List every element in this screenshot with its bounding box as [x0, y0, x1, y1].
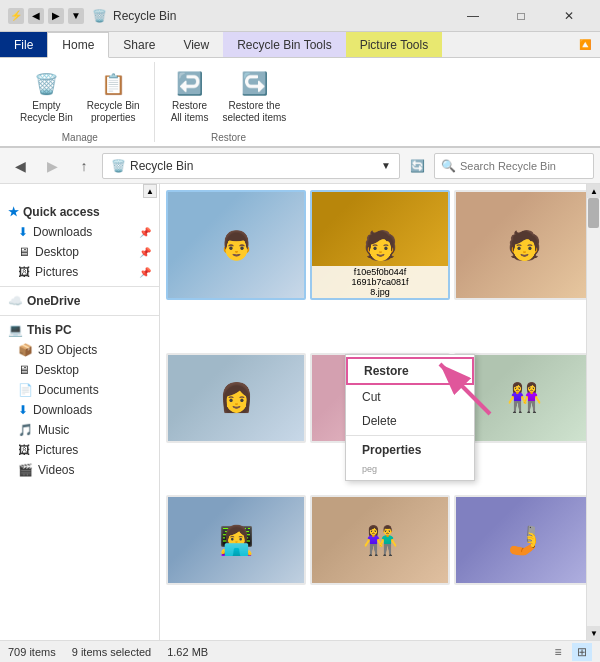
- ribbon-group-manage: 🗑️ EmptyRecycle Bin 📋 Recycle Binpropert…: [6, 62, 155, 142]
- restore-all-items-button[interactable]: ↩️ RestoreAll items: [165, 64, 215, 128]
- sidebar-thispc-section: 💻 This PC 📦 3D Objects 🖥 Desktop 📄 Docum…: [0, 320, 159, 480]
- context-menu-properties[interactable]: Properties: [346, 438, 474, 462]
- sidebar-item-pictures[interactable]: 🖼 Pictures: [0, 440, 159, 460]
- recycle-bin-properties-button[interactable]: 📋 Recycle Binproperties: [81, 64, 146, 128]
- tab-home[interactable]: Home: [47, 32, 109, 58]
- sidebar-item-3dobjects[interactable]: 📦 3D Objects: [0, 340, 159, 360]
- refresh-button[interactable]: 🔄: [404, 153, 430, 179]
- selected-count: 9 items selected: [72, 646, 151, 658]
- sidebar-item-music[interactable]: 🎵 Music: [0, 420, 159, 440]
- downloads-pin-icon: 📌: [139, 227, 151, 238]
- scroll-down-button[interactable]: ▼: [587, 626, 600, 640]
- restore-selected-label: Restore theselected items: [222, 100, 286, 124]
- thispc-label: This PC: [27, 323, 72, 337]
- sidebar-onedrive-header[interactable]: ☁️ OneDrive: [0, 291, 159, 311]
- sidebar-item-downloads[interactable]: ⬇ Downloads: [0, 400, 159, 420]
- file-thumbnail-8: 👫: [312, 497, 448, 583]
- main-content: ▲ ★ Quick access ⬇ Downloads 📌 🖥 Desktop…: [0, 184, 600, 640]
- videos-icon: 🎬: [18, 463, 33, 477]
- quick-access-icon: ⚡: [8, 8, 24, 24]
- sidebar-desktop-quick-label: Desktop: [35, 245, 79, 259]
- window-controls: — □ ✕: [450, 0, 592, 32]
- path-dropdown-icon: ▼: [381, 160, 391, 171]
- context-menu-delete[interactable]: Delete: [346, 409, 474, 433]
- sidebar-item-videos[interactable]: 🎬 Videos: [0, 460, 159, 480]
- music-icon: 🎵: [18, 423, 33, 437]
- scroll-track[interactable]: [587, 198, 600, 626]
- 3dobjects-label: 3D Objects: [38, 343, 97, 357]
- details-view-button[interactable]: ≡: [548, 643, 568, 661]
- sidebar-quick-access-header[interactable]: ★ Quick access: [0, 202, 159, 222]
- minimize-button[interactable]: —: [450, 0, 496, 32]
- tab-file[interactable]: File: [0, 32, 47, 57]
- restore-all-icon: ↩️: [174, 68, 206, 100]
- file-item-2[interactable]: 🧑 f10e5f0b044f1691b7ca081f8.jpg: [310, 190, 450, 300]
- ribbon-group-restore-label: Restore: [211, 130, 246, 143]
- file-item-4[interactable]: 👩: [166, 353, 306, 443]
- quick-access-label: Quick access: [23, 205, 100, 219]
- context-menu-cut[interactable]: Cut: [346, 385, 474, 409]
- sidebar-pictures-quick-label: Pictures: [35, 265, 78, 279]
- desktop-icon: 🖥: [18, 363, 30, 377]
- forward-button[interactable]: ▶: [38, 152, 66, 180]
- tab-view[interactable]: View: [169, 32, 223, 57]
- pictures-icon: 🖼: [18, 443, 30, 457]
- file-item-8[interactable]: 👫: [310, 495, 450, 585]
- context-menu-restore[interactable]: Restore: [346, 357, 474, 385]
- large-icons-view-button[interactable]: ⊞: [572, 643, 592, 661]
- file-item-3[interactable]: 🧑: [454, 190, 594, 300]
- search-input[interactable]: [460, 160, 587, 172]
- file-thumbnail-4: 👩: [168, 355, 304, 441]
- sidebar-item-desktop-quick[interactable]: 🖥 Desktop 📌: [0, 242, 159, 262]
- sidebar-item-documents[interactable]: 📄 Documents: [0, 380, 159, 400]
- sidebar-thispc-header[interactable]: 💻 This PC: [0, 320, 159, 340]
- sidebar-scroll-up[interactable]: ▲: [143, 184, 157, 198]
- downloads-label: Downloads: [33, 403, 92, 417]
- downloads-icon: ⬇: [18, 403, 28, 417]
- maximize-button[interactable]: □: [498, 0, 544, 32]
- file-item-6[interactable]: 👭: [454, 353, 594, 443]
- tab-recycle-bin-tools[interactable]: Recycle Bin Tools: [223, 32, 346, 57]
- desktop-icon-quick: 🖥: [18, 245, 30, 259]
- ribbon-tab-bar: File Home Share View Recycle Bin Tools P…: [0, 32, 600, 58]
- restore-selected-icon: ↪️: [238, 68, 270, 100]
- tab-share[interactable]: Share: [109, 32, 169, 57]
- sidebar-item-downloads-quick[interactable]: ⬇ Downloads 📌: [0, 222, 159, 242]
- scroll-up-button[interactable]: ▲: [587, 184, 600, 198]
- back-icon-title: ◀: [28, 8, 44, 24]
- tab-picture-tools[interactable]: Picture Tools: [346, 32, 442, 57]
- address-path[interactable]: 🗑️ Recycle Bin ▼: [102, 153, 400, 179]
- status-bar: 709 items 9 items selected 1.62 MB ≡ ⊞: [0, 640, 600, 662]
- scroll-thumb[interactable]: [588, 198, 599, 228]
- file-item-7[interactable]: 👩‍💻: [166, 495, 306, 585]
- title-bar-icons: ⚡ ◀ ▶ ▼: [8, 8, 84, 24]
- back-button[interactable]: ◀: [6, 152, 34, 180]
- sidebar-onedrive-section: ☁️ OneDrive: [0, 291, 159, 311]
- sidebar-item-desktop[interactable]: 🖥 Desktop: [0, 360, 159, 380]
- forward-icon-title: ▶: [48, 8, 64, 24]
- file-item-1[interactable]: 👨: [166, 190, 306, 300]
- ribbon-group-restore: ↩️ RestoreAll items ↪️ Restore theselect…: [157, 62, 301, 142]
- up-button[interactable]: ↑: [70, 152, 98, 180]
- thispc-icon: 💻: [8, 323, 23, 337]
- file-thumbnail-9: 🤳: [456, 497, 592, 583]
- documents-icon: 📄: [18, 383, 33, 397]
- window-title: Recycle Bin: [113, 9, 176, 23]
- restore-selected-button[interactable]: ↪️ Restore theselected items: [216, 64, 292, 128]
- desktop-label: Desktop: [35, 363, 79, 377]
- ribbon-collapse-button[interactable]: 🔼: [570, 32, 600, 57]
- empty-recycle-bin-icon: 🗑️: [30, 68, 62, 100]
- selected-size: 1.62 MB: [167, 646, 208, 658]
- empty-recycle-bin-button[interactable]: 🗑️ EmptyRecycle Bin: [14, 64, 79, 128]
- sidebar-downloads-quick-label: Downloads: [33, 225, 92, 239]
- context-menu: Restore Cut Delete Properties peg: [345, 354, 475, 481]
- file-area: 👨 🧑 f10e5f0b044f1691b7ca081f8.jpg 🧑 👩 👫 …: [160, 184, 600, 640]
- address-bar: ◀ ▶ ↑ 🗑️ Recycle Bin ▼ 🔄 🔍: [0, 148, 600, 184]
- breadcrumb-text: Recycle Bin: [130, 159, 193, 173]
- empty-recycle-bin-label: EmptyRecycle Bin: [20, 100, 73, 124]
- pictures-pin-icon: 📌: [139, 267, 151, 278]
- file-item-9[interactable]: 🤳: [454, 495, 594, 585]
- close-button[interactable]: ✕: [546, 0, 592, 32]
- search-box[interactable]: 🔍: [434, 153, 594, 179]
- sidebar-item-pictures-quick[interactable]: 🖼 Pictures 📌: [0, 262, 159, 282]
